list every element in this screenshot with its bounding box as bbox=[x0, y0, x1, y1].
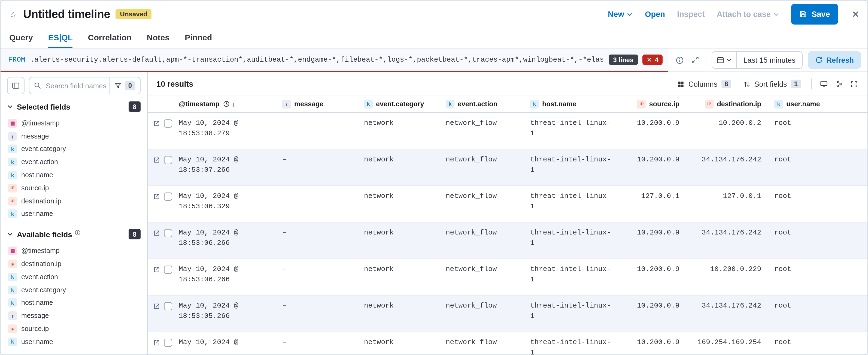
cell-timestamp[interactable]: May 10, 2024 @ 18:53:07.266 bbox=[174, 149, 278, 185]
cell-timestamp[interactable]: May 10, 2024 @ bbox=[174, 332, 278, 354]
cell-host-name[interactable]: threat-intel-linux-1 bbox=[526, 332, 616, 354]
cell-message[interactable]: – bbox=[278, 332, 360, 354]
cell-event-category[interactable]: network bbox=[360, 186, 441, 222]
cell-user-name[interactable]: root bbox=[766, 332, 867, 354]
cell-event-category[interactable]: network bbox=[360, 296, 441, 331]
cell-timestamp[interactable]: May 10, 2024 @ 18:53:06.329 bbox=[174, 186, 278, 222]
time-range-label[interactable]: Last 15 minutes bbox=[737, 52, 802, 68]
expand-event-icon[interactable] bbox=[153, 193, 160, 222]
cell-destination-ip[interactable]: 10.200.0.229 bbox=[684, 259, 766, 295]
cell-timestamp[interactable]: May 10, 2024 @ 18:53:08.279 bbox=[174, 113, 278, 149]
field-item[interactable]: k event.action bbox=[7, 270, 141, 284]
row-checkbox[interactable] bbox=[164, 266, 172, 274]
cell-user-name[interactable]: root bbox=[766, 113, 867, 149]
esql-editor[interactable]: FROM .alerts-security.alerts-default,apm… bbox=[1, 49, 668, 72]
cell-event-category[interactable]: network bbox=[360, 332, 441, 354]
columns-button[interactable]: Columns 8 bbox=[673, 77, 736, 91]
cell-timestamp[interactable]: May 10, 2024 @ 18:53:06.266 bbox=[174, 259, 278, 295]
cell-message[interactable]: – bbox=[278, 186, 360, 222]
tab-notes[interactable]: Notes bbox=[147, 28, 169, 48]
field-item[interactable]: IP destination.ip bbox=[7, 195, 141, 208]
cell-destination-ip[interactable]: 34.134.176.242 bbox=[684, 296, 766, 331]
cell-host-name[interactable]: threat-intel-linux-1 bbox=[526, 113, 616, 149]
date-picker-calendar-button[interactable] bbox=[712, 52, 737, 68]
close-icon[interactable]: × bbox=[852, 9, 859, 20]
error-count-badge[interactable]: ✕ 4 bbox=[642, 55, 663, 65]
field-item[interactable]: t message bbox=[7, 130, 141, 143]
cell-host-name[interactable]: threat-intel-linux-1 bbox=[526, 149, 616, 185]
expand-event-icon[interactable] bbox=[153, 156, 160, 185]
column-header[interactable]: k user.name bbox=[766, 99, 867, 108]
column-header[interactable]: k event.category bbox=[360, 99, 441, 108]
cell-user-name[interactable]: root bbox=[766, 223, 867, 259]
cell-event-action[interactable]: network_flow bbox=[441, 332, 526, 354]
save-button[interactable]: Save bbox=[792, 4, 838, 25]
lines-count-badge[interactable]: 3 lines bbox=[609, 55, 638, 65]
cell-message[interactable]: – bbox=[278, 149, 360, 185]
cell-event-category[interactable]: network bbox=[360, 113, 441, 149]
expand-event-icon[interactable] bbox=[153, 303, 160, 331]
cell-user-name[interactable]: root bbox=[766, 149, 867, 185]
column-header[interactable]: IP source.ip bbox=[616, 99, 684, 108]
field-item[interactable]: ▦ @timestamp bbox=[7, 117, 141, 130]
sort-descending-icon[interactable]: ↓ bbox=[232, 100, 235, 108]
cell-destination-ip[interactable]: 169.254.169.254 bbox=[684, 332, 766, 354]
query-info-button[interactable] bbox=[675, 55, 685, 65]
cell-user-name[interactable]: root bbox=[766, 186, 867, 222]
expand-event-icon[interactable] bbox=[153, 339, 160, 354]
tab-correlation[interactable]: Correlation bbox=[88, 28, 132, 48]
cell-event-category[interactable]: network bbox=[360, 149, 441, 185]
tab-esql[interactable]: ES|QL bbox=[48, 28, 73, 48]
tab-pinned[interactable]: Pinned bbox=[185, 28, 212, 48]
cell-host-name[interactable]: threat-intel-linux-1 bbox=[526, 296, 616, 331]
expand-event-icon[interactable] bbox=[153, 230, 160, 259]
cell-event-category[interactable]: network bbox=[360, 223, 441, 259]
expand-event-icon[interactable] bbox=[153, 120, 160, 149]
column-header[interactable]: @timestamp ↓ bbox=[174, 100, 278, 108]
display-options-button[interactable] bbox=[833, 78, 845, 90]
row-checkbox[interactable] bbox=[164, 302, 172, 310]
cell-source-ip[interactable]: 10.200.0.9 bbox=[616, 332, 684, 354]
field-item[interactable]: k user.name bbox=[7, 335, 141, 349]
search-field-names-input[interactable] bbox=[45, 81, 109, 90]
cell-source-ip[interactable]: 10.200.0.9 bbox=[616, 149, 684, 185]
selected-fields-header[interactable]: Selected fields 8 bbox=[7, 101, 141, 112]
new-timeline-button[interactable]: New bbox=[608, 10, 633, 19]
cell-destination-ip[interactable]: 34.134.176.242 bbox=[684, 149, 766, 185]
fullscreen-button[interactable] bbox=[848, 78, 860, 90]
row-checkbox[interactable] bbox=[164, 229, 172, 237]
field-item[interactable]: t message bbox=[7, 309, 141, 323]
expand-editor-button[interactable] bbox=[691, 55, 701, 65]
cell-message[interactable]: – bbox=[278, 259, 360, 295]
sidebar-toggle-button[interactable] bbox=[7, 77, 25, 94]
cell-source-ip[interactable]: 127.0.0.1 bbox=[616, 186, 684, 222]
field-item[interactable]: k event.category bbox=[7, 143, 141, 156]
field-item[interactable]: IP destination.ip bbox=[7, 257, 141, 270]
cell-user-name[interactable]: root bbox=[766, 296, 867, 331]
row-checkbox[interactable] bbox=[164, 119, 172, 127]
cell-timestamp[interactable]: May 10, 2024 @ 18:53:05.266 bbox=[174, 296, 278, 331]
field-item[interactable]: IP source.ip bbox=[7, 182, 141, 195]
row-checkbox[interactable] bbox=[164, 193, 172, 201]
available-fields-header[interactable]: Available fields 8 bbox=[7, 229, 141, 240]
field-item[interactable]: k event.category bbox=[7, 284, 141, 297]
column-header[interactable]: IP destination.ip bbox=[684, 99, 766, 108]
field-item[interactable]: IP source.ip bbox=[7, 322, 141, 335]
field-item[interactable]: k event.action bbox=[7, 156, 141, 169]
cell-destination-ip[interactable]: 34.134.176.242 bbox=[684, 223, 766, 259]
field-item[interactable]: ▦ @timestamp bbox=[7, 244, 141, 258]
field-item[interactable]: k host.name bbox=[7, 169, 141, 182]
refresh-button[interactable]: Refresh bbox=[808, 51, 861, 69]
favorite-star-icon[interactable]: ☆ bbox=[9, 9, 17, 19]
cell-event-action[interactable]: network_flow bbox=[441, 149, 526, 185]
field-item[interactable]: k user.name bbox=[7, 207, 141, 220]
cell-source-ip[interactable]: 10.200.0.9 bbox=[616, 223, 684, 259]
cell-user-name[interactable]: root bbox=[766, 259, 867, 295]
cell-source-ip[interactable]: 10.200.0.9 bbox=[616, 296, 684, 331]
cell-event-category[interactable]: network bbox=[360, 259, 441, 295]
cell-event-action[interactable]: network_flow bbox=[441, 113, 526, 149]
cell-event-action[interactable]: network_flow bbox=[441, 259, 526, 295]
expand-event-icon[interactable] bbox=[153, 266, 160, 295]
cell-event-action[interactable]: network_flow bbox=[441, 223, 526, 259]
cell-destination-ip[interactable]: 10.200.0.2 bbox=[684, 113, 766, 149]
